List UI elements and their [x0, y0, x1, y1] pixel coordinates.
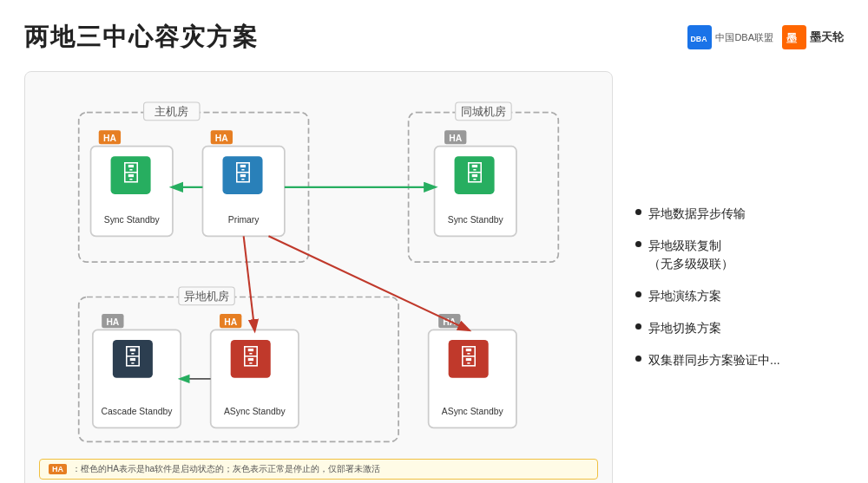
svg-text:ASync Standby: ASync Standby	[224, 407, 286, 416]
svg-text:ASync Standby: ASync Standby	[442, 407, 504, 416]
legend: HA ：橙色的HA表示是ha软件是启动状态的；灰色表示正常是停止的，仅部署未激活	[39, 459, 598, 480]
dba-logo-text: 中国DBA联盟	[715, 31, 773, 44]
bullet-dot-5	[635, 356, 641, 362]
svg-text:🗄: 🗄	[122, 345, 143, 369]
page: 两地三中心容灾方案 DBA 中国DBA联盟 墨 墨天轮	[0, 0, 868, 483]
bullet-dot-1	[635, 209, 641, 215]
svg-text:DBA: DBA	[691, 35, 708, 43]
svg-text:Sync Standby: Sync Standby	[448, 215, 504, 225]
logos: DBA 中国DBA联盟 墨 墨天轮	[687, 25, 844, 49]
svg-text:Primary: Primary	[228, 215, 260, 225]
mty-logo-text: 墨天轮	[810, 29, 844, 45]
legend-text: ：橙色的HA表示是ha软件是启动状态的；灰色表示正常是停止的，仅部署未激活	[72, 463, 380, 475]
dc-tc-label: 同城机房	[461, 105, 506, 118]
svg-text:HA: HA	[106, 317, 119, 327]
logo-dba: DBA 中国DBA联盟	[687, 25, 773, 49]
bullet-text-4: 异地切换方案	[648, 319, 721, 337]
right-panel: 异地数据异步传输 异地级联复制（无多级级联） 异地演练方案 异地切换方案 双集群…	[627, 71, 844, 483]
svg-text:🗄: 🗄	[240, 345, 261, 369]
bullet-dot-3	[635, 291, 641, 297]
dc-main-label: 主机房	[155, 105, 188, 118]
svg-text:🗄: 🗄	[464, 161, 485, 186]
dba-icon: DBA	[687, 25, 712, 49]
mty-icon: 墨	[782, 25, 806, 49]
svg-text:HA: HA	[215, 134, 228, 143]
diagram-svg: 主机房 同城机房 异地机房 HA 🗄 Sync Standby	[39, 82, 598, 452]
svg-text:🗄: 🗄	[457, 345, 479, 369]
bullet-text-2: 异地级联复制（无多级级联）	[648, 237, 733, 273]
header: 两地三中心容灾方案 DBA 中国DBA联盟 墨 墨天轮	[24, 21, 844, 54]
page-title: 两地三中心容灾方案	[24, 21, 259, 54]
bullet-dot-4	[635, 323, 641, 330]
bullet-dot-2	[635, 241, 641, 247]
bullet-item-2: 异地级联复制（无多级级联）	[635, 237, 844, 273]
diagram-area: 主机房 同城机房 异地机房 HA 🗄 Sync Standby	[24, 71, 613, 483]
svg-text:HA: HA	[103, 134, 116, 143]
legend-ha-badge: HA	[49, 464, 67, 474]
bullet-list: 异地数据异步传输 异地级联复制（无多级级联） 异地演练方案 异地切换方案 双集群…	[635, 205, 844, 369]
content: 主机房 同城机房 异地机房 HA 🗄 Sync Standby	[24, 71, 844, 483]
svg-text:HA: HA	[449, 134, 462, 143]
svg-text:🗄: 🗄	[232, 161, 253, 186]
svg-text:🗄: 🗄	[120, 161, 141, 186]
logo-mty: 墨 墨天轮	[782, 25, 844, 49]
bullet-item-3: 异地演练方案	[635, 287, 844, 305]
dc-yidi-label: 异地机房	[184, 290, 229, 303]
svg-line-48	[244, 236, 255, 330]
bullet-text-1: 异地数据异步传输	[648, 205, 746, 223]
svg-text:Cascade Standby: Cascade Standby	[102, 407, 174, 416]
bullet-item-4: 异地切换方案	[635, 319, 844, 337]
svg-line-49	[268, 236, 468, 330]
svg-text:HA: HA	[224, 317, 237, 327]
svg-text:Sync Standby: Sync Standby	[104, 215, 161, 225]
bullet-item-5: 双集群同步方案验证中...	[635, 351, 844, 369]
bullet-text-5: 双集群同步方案验证中...	[648, 351, 780, 369]
bullet-text-3: 异地演练方案	[648, 287, 721, 305]
svg-text:墨: 墨	[786, 32, 798, 44]
bullet-item-1: 异地数据异步传输	[635, 205, 844, 223]
